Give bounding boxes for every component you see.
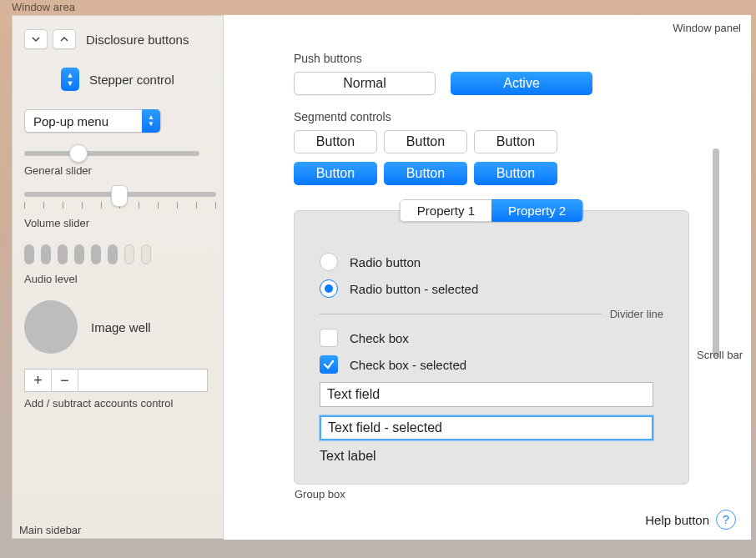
addsub-label: Add / subtract accounts control <box>24 397 211 410</box>
image-well[interactable] <box>24 300 78 354</box>
radio-selected[interactable] <box>320 279 338 298</box>
main-sidebar-label: Main sidebar <box>19 524 81 536</box>
subtract-button[interactable]: − <box>52 369 78 391</box>
radio-selected-label: Radio button - selected <box>350 282 478 296</box>
segmented-control-normal: Button Button Button <box>294 130 557 153</box>
text-field[interactable]: Text field <box>320 382 653 407</box>
popup-down-icon: ▼ <box>148 121 154 128</box>
checkbox-selected[interactable] <box>320 355 338 374</box>
stepper-control[interactable]: ▲ ▼ <box>61 68 79 91</box>
window-panel: Window panel Push buttons Normal Active … <box>224 15 751 540</box>
radio-unselected[interactable] <box>320 253 338 271</box>
stepper-label: Stepper control <box>89 73 174 87</box>
segment-1-active[interactable]: Button <box>294 162 377 185</box>
push-buttons-label: Push buttons <box>294 52 701 65</box>
stepper-down-icon: ▼ <box>67 80 74 88</box>
slider-thumb[interactable] <box>69 144 88 163</box>
segmented-control-active: Button Button Button <box>294 162 557 185</box>
popup-knob[interactable]: ▲ ▼ <box>142 109 160 133</box>
text-label: Text label <box>320 449 663 464</box>
group-box-label: Group box <box>295 488 345 500</box>
divider: Divider line <box>320 308 663 320</box>
stepper-up-icon: ▲ <box>67 72 74 79</box>
popup-value: Pop-up menu <box>33 114 108 128</box>
radio-label: Radio button <box>350 255 421 269</box>
volume-thumb[interactable] <box>111 185 128 207</box>
audio-level-indicator <box>24 244 211 264</box>
scrollbar-label: Scroll bar <box>697 349 743 361</box>
tab-bar: Property 1 Property 2 <box>400 199 583 222</box>
chevron-up-icon <box>60 35 68 43</box>
checkbox-selected-label: Check box - selected <box>350 358 466 372</box>
group-box: Property 1 Property 2 Radio button Radio… <box>294 210 689 485</box>
window-area-label: Window area <box>12 1 75 13</box>
checkmark-icon <box>323 359 335 370</box>
chevron-down-icon <box>32 35 40 43</box>
segment-2-active[interactable]: Button <box>384 162 467 185</box>
segment-1[interactable]: Button <box>294 130 377 153</box>
help-label: Help button <box>645 513 709 527</box>
checkbox-label: Check box <box>350 331 409 345</box>
volume-slider[interactable] <box>24 192 216 197</box>
divider-label: Divider line <box>610 308 663 320</box>
audio-level-label: Audio level <box>24 273 211 285</box>
push-button-active[interactable]: Active <box>451 72 592 95</box>
general-slider-label: General slider <box>24 164 211 177</box>
add-subtract-control: + − <box>24 369 208 392</box>
push-button-normal[interactable]: Normal <box>294 72 436 95</box>
help-button[interactable]: ? <box>716 510 736 530</box>
window-panel-label: Window panel <box>673 22 741 34</box>
general-slider[interactable] <box>24 151 199 156</box>
volume-slider-label: Volume slider <box>24 217 211 229</box>
disclosure-label: Disclosure buttons <box>86 33 189 47</box>
checkbox-unselected[interactable] <box>320 329 338 347</box>
scrollbar[interactable] <box>713 148 719 357</box>
segmented-label: Segmentd controls <box>294 110 701 123</box>
image-well-label: Image well <box>91 320 151 334</box>
disclosure-up-button[interactable] <box>53 29 76 49</box>
tab-property-1[interactable]: Property 1 <box>400 199 491 222</box>
popup-menu[interactable]: Pop-up menu ▲ ▼ <box>24 109 161 133</box>
tab-property-2[interactable]: Property 2 <box>491 199 583 222</box>
segment-3[interactable]: Button <box>474 130 557 153</box>
add-button[interactable]: + <box>25 369 52 391</box>
segment-3-active[interactable]: Button <box>474 162 557 185</box>
main-sidebar: Disclosure buttons ▲ ▼ Stepper control P… <box>12 15 224 539</box>
disclosure-down-button[interactable] <box>24 29 48 49</box>
text-field-selected[interactable]: Text field - selected <box>320 415 653 440</box>
segment-2[interactable]: Button <box>384 130 467 153</box>
